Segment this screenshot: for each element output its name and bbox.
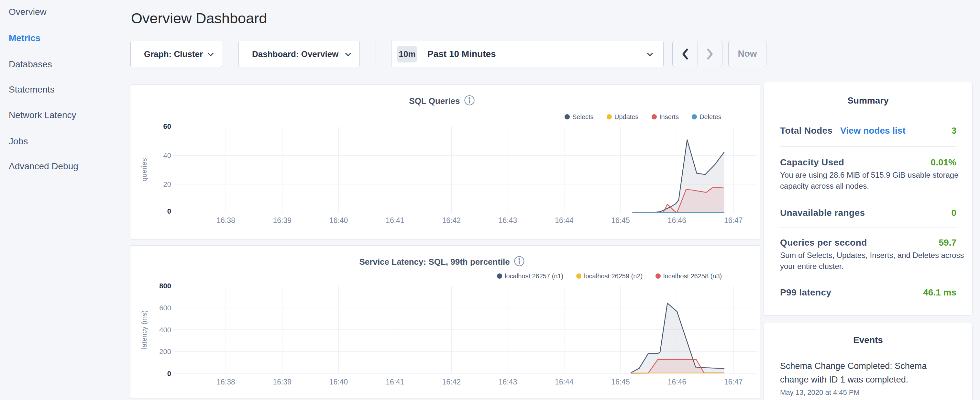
svg-text:60: 60	[163, 122, 171, 131]
svg-text:0: 0	[167, 207, 171, 215]
svg-text:16:47: 16:47	[724, 378, 743, 386]
svg-text:0: 0	[167, 370, 171, 378]
svg-text:Updates: Updates	[614, 113, 639, 120]
svg-text:Deletes: Deletes	[700, 113, 721, 120]
svg-text:16:38: 16:38	[216, 378, 235, 386]
svg-text:200: 200	[159, 347, 171, 356]
svg-text:16:39: 16:39	[273, 216, 292, 225]
svg-text:800: 800	[159, 282, 171, 290]
svg-text:16:44: 16:44	[555, 378, 574, 386]
svg-text:16:42: 16:42	[442, 378, 461, 386]
svg-text:16:47: 16:47	[724, 216, 743, 225]
svg-text:latency (ms): latency (ms)	[140, 310, 148, 349]
svg-text:16:45: 16:45	[611, 378, 630, 386]
svg-text:localhost:26258 (n3): localhost:26258 (n3)	[663, 273, 722, 280]
svg-text:SQL Queries: SQL Queries	[409, 96, 460, 106]
svg-text:16:44: 16:44	[555, 216, 574, 225]
svg-text:16:46: 16:46	[668, 216, 687, 225]
svg-text:Inserts: Inserts	[659, 113, 679, 120]
svg-text:600: 600	[159, 304, 171, 312]
svg-text:16:38: 16:38	[216, 216, 235, 225]
svg-text:16:46: 16:46	[668, 378, 687, 386]
svg-text:Selects: Selects	[572, 113, 594, 120]
svg-text:16:40: 16:40	[329, 216, 348, 225]
svg-text:16:45: 16:45	[611, 216, 630, 225]
svg-text:16:39: 16:39	[273, 378, 292, 386]
svg-text:16:43: 16:43	[499, 378, 517, 386]
svg-text:40: 40	[163, 151, 171, 159]
svg-text:16:42: 16:42	[442, 216, 461, 225]
svg-text:localhost:26257 (n1): localhost:26257 (n1)	[505, 273, 563, 280]
svg-text:400: 400	[159, 326, 171, 334]
svg-text:Service Latency: SQL, 99th per: Service Latency: SQL, 99th percentile	[360, 257, 510, 267]
svg-text:20: 20	[163, 180, 171, 188]
svg-text:queries: queries	[140, 158, 148, 181]
svg-text:16:43: 16:43	[499, 216, 517, 225]
svg-text:localhost:26259 (n2): localhost:26259 (n2)	[584, 273, 643, 280]
svg-text:16:41: 16:41	[386, 378, 404, 386]
svg-text:16:41: 16:41	[386, 216, 404, 225]
svg-text:16:40: 16:40	[329, 378, 348, 386]
